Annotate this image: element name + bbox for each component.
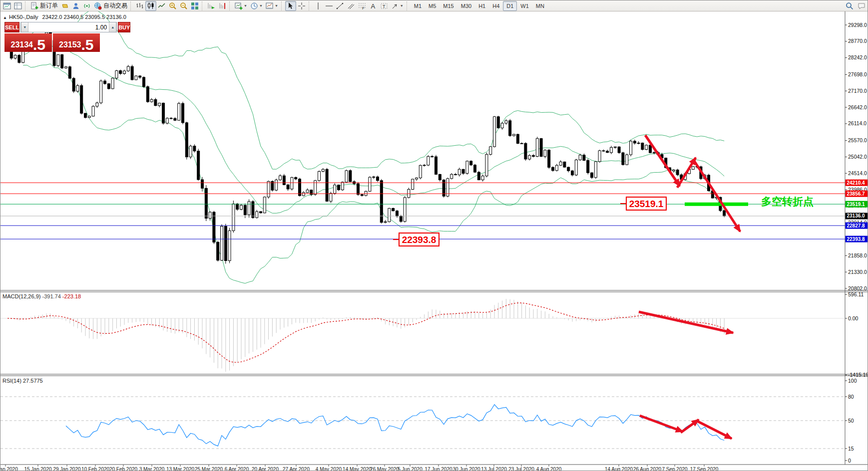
- cursor-button[interactable]: [285, 1, 296, 11]
- timeframe-m5-button[interactable]: M5: [425, 1, 439, 11]
- timeframe-h1-button[interactable]: H1: [475, 1, 489, 11]
- autotrading-button[interactable]: 自动交易: [92, 1, 129, 11]
- svg-text:F: F: [362, 6, 365, 10]
- text-label-button[interactable]: T: [379, 1, 390, 11]
- svg-text:6 Apr 2020: 6 Apr 2020: [225, 467, 249, 471]
- timeframe-m1-button[interactable]: M1: [411, 1, 425, 11]
- zoom-in-button[interactable]: [167, 1, 178, 11]
- crosshair-button[interactable]: [296, 1, 307, 11]
- autotrading-label: 自动交易: [103, 1, 127, 10]
- svg-text:25 Mar 2020: 25 Mar 2020: [195, 467, 223, 471]
- timeframe-m30-button[interactable]: M30: [457, 1, 475, 11]
- svg-text:29 Jan 2020: 29 Jan 2020: [53, 467, 80, 471]
- new-order-label: 新订单: [40, 1, 58, 10]
- buy-price-pips: .5: [81, 38, 93, 52]
- trendline-button[interactable]: [335, 1, 346, 11]
- svg-text:29298.0: 29298.0: [848, 22, 867, 28]
- tile-windows-button[interactable]: [189, 1, 200, 11]
- svg-text:24514.0: 24514.0: [848, 170, 867, 176]
- text-button[interactable]: A: [368, 1, 379, 11]
- user-terminal-button[interactable]: [70, 1, 81, 11]
- trend-arrow[interactable]: [677, 158, 696, 188]
- trend-arrow[interactable]: [645, 135, 680, 186]
- search-icon[interactable]: [846, 2, 854, 10]
- collapse-arrow-icon[interactable]: ▲: [3, 15, 7, 20]
- sell-button[interactable]: SELL: [4, 22, 19, 32]
- new-chart-button[interactable]: ▼: [233, 1, 249, 11]
- volume-increase-button[interactable]: ▲: [109, 22, 116, 32]
- candlestick-type-icon: [147, 2, 155, 10]
- horizontal-line-button[interactable]: [324, 1, 335, 11]
- trendline-icon: [336, 2, 344, 10]
- candles: [6, 31, 726, 263]
- dropdown-caret-icon[interactable]: ▼: [244, 4, 247, 7]
- volume-stepper: ▼ ▲: [20, 22, 117, 32]
- svg-text:3 Jan 2020: 3 Jan 2020: [0, 467, 18, 471]
- chart-template-button[interactable]: ▼: [264, 1, 280, 11]
- svg-text:T: T: [383, 3, 386, 8]
- trend-arrow[interactable]: [694, 160, 740, 232]
- vertical-line-button[interactable]: [313, 1, 324, 11]
- data-window-icon: [14, 2, 22, 10]
- buy-price[interactable]: 23153 .5: [53, 33, 100, 52]
- rsi-line: [66, 405, 724, 446]
- new-order-button[interactable]: 新订单: [29, 1, 59, 11]
- svg-text:28770.0: 28770.0: [848, 38, 867, 44]
- chart-header: ▲HK50-,Daily23422.0 23460.5 23095.5 2313…: [3, 14, 126, 20]
- svg-text:21858.0: 21858.0: [848, 252, 867, 258]
- gold-chip-icon: [61, 2, 69, 10]
- chart-window-icon: [3, 2, 11, 10]
- svg-text:13 Mar 2020: 13 Mar 2020: [166, 467, 195, 471]
- svg-text:15 Jan 2020: 15 Jan 2020: [24, 467, 51, 471]
- equidistant-channel-button[interactable]: [346, 1, 357, 11]
- macd-histogram: [7, 299, 724, 372]
- volume-input[interactable]: [28, 22, 109, 32]
- chart-shift-button[interactable]: [217, 1, 228, 11]
- data-window-button[interactable]: [12, 1, 23, 11]
- bar-chart-type-button[interactable]: [134, 1, 145, 11]
- sell-price[interactable]: 23134 .5: [4, 33, 52, 52]
- rsi-trend-arrow[interactable]: [640, 416, 683, 432]
- rsi-name: RSI(14): [2, 378, 21, 384]
- timeframe-m15-button[interactable]: M15: [439, 1, 457, 11]
- mt4-window: 新订单自动交易▼▼▼FAT▼M1M5M15M30H1H4D1W1MN 29298…: [0, 0, 868, 471]
- buy-button[interactable]: BUY: [118, 22, 130, 32]
- auto-scroll-button[interactable]: [206, 1, 217, 11]
- svg-text:25570.0: 25570.0: [848, 137, 867, 143]
- svg-text:28242.0: 28242.0: [848, 54, 867, 60]
- period-clock-button[interactable]: ▼: [249, 1, 264, 11]
- fibonacci-button[interactable]: F: [357, 1, 368, 11]
- macd-name: MACD(12,26,9): [2, 293, 40, 299]
- svg-text:27698.0: 27698.0: [848, 71, 867, 77]
- line-chart-type-button[interactable]: [156, 1, 167, 11]
- timeframe-mn-button[interactable]: MN: [532, 1, 548, 11]
- sell-price-main: 23134: [10, 40, 33, 52]
- signal-button[interactable]: [81, 1, 92, 11]
- zoom-in-icon: [169, 2, 177, 10]
- timeframe-w1-button[interactable]: W1: [517, 1, 532, 11]
- macd-trend-arrow[interactable]: [639, 312, 733, 333]
- svg-text:23856.7: 23856.7: [847, 191, 866, 197]
- chat-icon[interactable]: [858, 2, 866, 10]
- chart-window-button[interactable]: [1, 1, 12, 11]
- date-axis: 3 Jan 202015 Jan 202029 Jan 202010 Feb 2…: [0, 465, 719, 471]
- arrows-button[interactable]: ▼: [390, 1, 405, 11]
- horizontal-line-icon: [325, 2, 333, 10]
- dropdown-caret-icon[interactable]: ▼: [275, 4, 278, 7]
- svg-text:80: 80: [848, 394, 854, 400]
- period-clock-icon: [250, 2, 258, 10]
- zoom-out-button[interactable]: [178, 1, 189, 11]
- dropdown-caret-icon[interactable]: ▼: [259, 4, 263, 7]
- svg-text:A: A: [371, 2, 375, 9]
- dropdown-caret-icon[interactable]: ▼: [400, 4, 404, 7]
- timeframe-h4-button[interactable]: H4: [489, 1, 503, 11]
- volume-decrease-button[interactable]: ▼: [21, 22, 28, 32]
- chart-surface[interactable]: 29298.028770.028242.027698.027170.026642…: [0, 11, 868, 471]
- chinese-note-label[interactable]: 多空转折点: [761, 196, 814, 208]
- candlestick-type-button[interactable]: [145, 1, 156, 11]
- timeframe-d1-button[interactable]: D1: [503, 1, 517, 11]
- rsi-trend-arrow[interactable]: [697, 421, 732, 439]
- svg-text:-1415.19: -1415.19: [848, 372, 868, 378]
- rsi-trend-arrow[interactable]: [681, 420, 699, 433]
- gold-chip-button[interactable]: [59, 1, 70, 11]
